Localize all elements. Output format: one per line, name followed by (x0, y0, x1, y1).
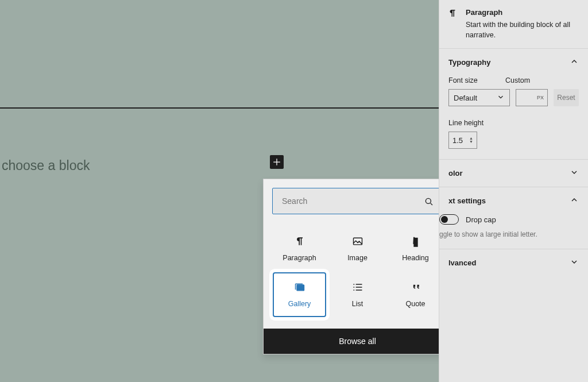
block-label: Quote (405, 300, 425, 308)
gallery-icon (294, 281, 305, 293)
block-info-header: Paragraph Start with the building block … (439, 0, 588, 48)
block-label: Image (347, 254, 368, 262)
image-icon (352, 236, 363, 247)
block-label: Paragraph (283, 254, 316, 262)
block-item-gallery[interactable]: Gallery (273, 272, 326, 317)
custom-size-input[interactable]: PX (516, 89, 548, 106)
quote-icon (410, 281, 421, 293)
panel-title: xt settings (448, 196, 486, 205)
chevron-down-icon (570, 168, 579, 179)
font-size-label: Font size (448, 76, 478, 84)
svg-rect-1 (353, 238, 362, 245)
panel-text-settings: xt settings Drop cap ggle to show a larg… (439, 187, 588, 249)
chevron-up-icon (570, 57, 579, 68)
panel-title: Typography (448, 58, 490, 67)
pilcrow-icon (447, 8, 458, 40)
block-placeholder[interactable]: choose a block (2, 158, 90, 173)
block-grid: Paragraph Image ▮ Heading (264, 223, 451, 329)
block-item-paragraph[interactable]: Paragraph (270, 227, 328, 270)
unit-label: PX (537, 95, 544, 101)
panel-title: lvanced (448, 258, 476, 267)
custom-label: Custom (505, 76, 530, 84)
settings-sidebar: Paragraph Start with the building block … (439, 0, 588, 382)
drop-cap-help: ggle to show a large initial letter. (439, 230, 579, 238)
chevron-down-icon (497, 93, 505, 103)
search-input[interactable] (272, 188, 443, 214)
stepper-icon: ▲▼ (469, 137, 473, 144)
panel-color: olor (439, 159, 588, 187)
block-item-image[interactable]: Image (328, 227, 386, 270)
block-item-list[interactable]: List (328, 270, 386, 319)
font-size-value: Default (454, 94, 477, 102)
block-inserter-popover: Paragraph Image ▮ Heading (263, 179, 452, 354)
line-height-label: Line height (448, 119, 579, 127)
chevron-down-icon (570, 257, 579, 268)
chevron-up-icon (570, 195, 579, 206)
canvas-divider (0, 107, 439, 109)
list-icon (352, 281, 363, 293)
font-size-select[interactable]: Default (448, 89, 510, 106)
reset-button[interactable]: Reset (554, 89, 579, 106)
pilcrow-icon (294, 236, 305, 247)
block-item-heading[interactable]: ▮ Heading (386, 227, 444, 270)
browse-all-button[interactable]: Browse all (264, 329, 451, 354)
block-label: List (352, 300, 363, 308)
block-label: Heading (402, 254, 429, 262)
panel-typography: Typography Font size Custom Default PX R… (439, 48, 588, 159)
drop-cap-label: Drop cap (466, 215, 496, 224)
add-block-button[interactable] (270, 155, 284, 169)
block-label: Gallery (288, 300, 311, 308)
drop-cap-toggle[interactable] (439, 214, 459, 225)
plus-icon (271, 156, 283, 168)
heading-icon: ▮ (410, 236, 421, 247)
panel-title: olor (448, 169, 463, 178)
line-height-value: 1.5 (452, 136, 463, 145)
block-name: Paragraph (466, 8, 580, 17)
block-description: Start with the building block of all nar… (466, 20, 580, 40)
panel-advanced-header[interactable]: lvanced (439, 249, 588, 276)
editor-canvas: choose a block Paragraph Image (0, 0, 439, 382)
panel-color-header[interactable]: olor (439, 160, 588, 187)
block-item-quote[interactable]: Quote (386, 270, 444, 319)
panel-advanced: lvanced (439, 249, 588, 276)
panel-text-settings-header[interactable]: xt settings (439, 187, 588, 214)
line-height-input[interactable]: 1.5 ▲▼ (448, 132, 477, 149)
panel-typography-header[interactable]: Typography (439, 49, 588, 76)
